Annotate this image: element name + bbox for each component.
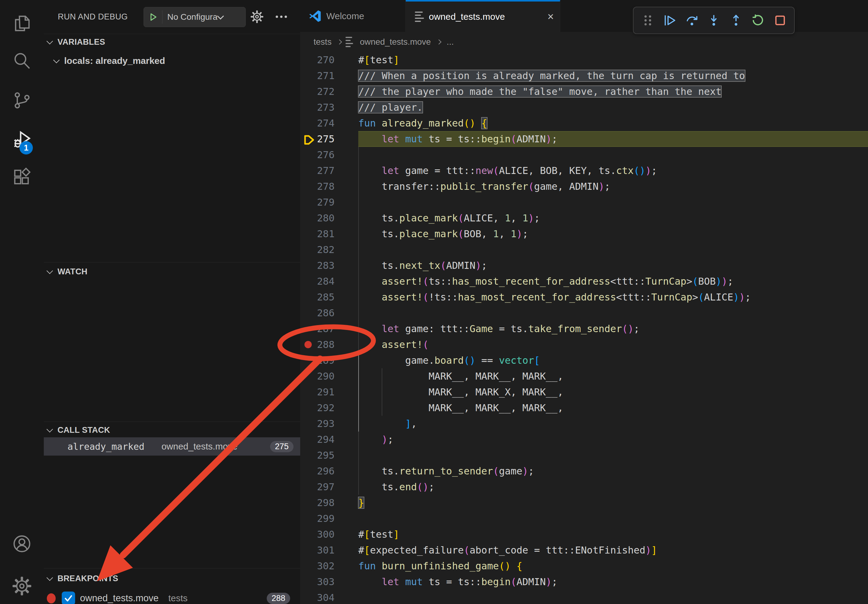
gutter-280[interactable]: 280 [300,210,335,226]
code-text-271[interactable]: /// When a position is already marked, t… [335,68,745,84]
code-line-296[interactable]: 296 ts.return_to_sender(game); [300,463,868,479]
code-text-302[interactable]: fun burn_unfinished_game() { [335,558,522,574]
code-line-294[interactable]: 294 ); [300,432,868,448]
gutter-304[interactable]: 304 [300,590,335,604]
gutter-283[interactable]: 283 [300,258,335,273]
gutter-284[interactable]: 284 [300,273,335,289]
extensions-icon[interactable] [0,162,44,192]
code-text-270[interactable]: #[test] [335,52,399,68]
code-text-277[interactable]: let game = ttt::new(ALICE, BOB, KEY, ts.… [335,163,657,178]
code-text-298[interactable]: } [335,495,364,511]
gutter-291[interactable]: 291 [300,384,335,400]
code-text-276[interactable] [335,147,358,163]
code-line-275[interactable]: 275 let mut ts = ts::begin(ADMIN); [300,131,868,147]
gutter-288[interactable]: 288 [300,337,335,353]
code-text-303[interactable]: let mut ts = ts::begin(ADMIN); [335,574,558,590]
gutter-279[interactable]: 279 [300,194,335,210]
code-line-281[interactable]: 281 ts.place_mark(BOB, 1, 1); [300,226,868,242]
gutter-278[interactable]: 278 [300,178,335,194]
source-control-icon[interactable] [0,85,44,116]
gutter-282[interactable]: 282 [300,242,335,258]
code-text-279[interactable] [335,194,358,210]
breadcrumb-folder[interactable]: tests [313,37,332,47]
gutter-293[interactable]: 293 [300,416,335,432]
code-line-293[interactable]: 293 ], [300,416,868,432]
tab-welcome[interactable]: Welcome [300,0,406,32]
code-line-288[interactable]: 288 assert!( [300,337,868,353]
gutter-285[interactable]: 285 [300,289,335,305]
gutter-277[interactable]: 277 [300,163,335,178]
code-line-284[interactable]: 284 assert!(ts::has_most_recent_for_addr… [300,273,868,289]
code-line-298[interactable]: 298} [300,495,868,511]
code-text-287[interactable]: let game: ttt::Game = ts.take_from_sende… [335,321,640,337]
code-line-278[interactable]: 278 transfer::public_transfer(game, ADMI… [300,178,868,194]
code-text-293[interactable]: ], [335,416,417,432]
code-text-275[interactable]: let mut ts = ts::begin(ADMIN); [335,131,558,147]
close-icon[interactable]: × [547,11,554,22]
gutter-297[interactable]: 297 [300,479,335,495]
code-text-280[interactable]: ts.place_mark(ALICE, 1, 1); [335,210,540,226]
step-out-icon[interactable] [728,12,744,28]
gutter-270[interactable]: 270 [300,52,335,68]
code-text-296[interactable]: ts.return_to_sender(game); [335,463,534,479]
settings-gear-icon[interactable] [0,571,44,601]
gutter-272[interactable]: 272 [300,84,335,99]
restart-icon[interactable] [750,12,766,28]
locals-scope-row[interactable]: locals: already_marked [44,53,300,69]
code-text-290[interactable]: MARK__, MARK__, MARK__, [335,368,563,384]
code-line-285[interactable]: 285 assert!(!ts::has_most_recent_for_add… [300,289,868,305]
code-text-300[interactable]: #[test] [335,527,399,542]
code-line-274[interactable]: 274fun already_marked() { [300,115,868,131]
gutter-302[interactable]: 302 [300,558,335,574]
watch-section-header[interactable]: WATCH [44,264,300,279]
debug-config-dropdown[interactable]: No Configura [144,7,246,27]
step-into-icon[interactable] [706,12,722,28]
start-debug-icon[interactable] [149,12,158,22]
stop-icon[interactable] [772,12,788,28]
search-icon[interactable] [0,46,44,76]
gutter-275[interactable]: 275 [300,131,335,147]
code-line-280[interactable]: 280 ts.place_mark(ALICE, 1, 1); [300,210,868,226]
code-line-291[interactable]: 291 MARK__, MARK_X, MARK__, [300,384,868,400]
run-and-debug-icon[interactable]: 1 [0,125,44,155]
code-line-277[interactable]: 277 let game = ttt::new(ALICE, BOB, KEY,… [300,163,868,178]
gutter-292[interactable]: 292 [300,400,335,416]
code-line-299[interactable]: 299 [300,511,868,527]
continue-icon[interactable] [662,12,677,28]
gutter-301[interactable]: 301 [300,542,335,558]
gutter-303[interactable]: 303 [300,574,335,590]
code-text-282[interactable] [335,242,358,258]
code-text-301[interactable]: #[expected_failure(abort_code = ttt::ENo… [335,542,657,558]
debug-settings-gear-icon[interactable] [249,9,265,25]
gutter-298[interactable]: 298 [300,495,335,511]
breadcrumb-file[interactable]: owned_tests.move [360,37,431,47]
variables-section-header[interactable]: VARIABLES [44,34,300,50]
gutter-296[interactable]: 296 [300,463,335,479]
code-line-270[interactable]: 270#[test] [300,52,868,68]
code-line-297[interactable]: 297 ts.end(); [300,479,868,495]
gutter-295[interactable]: 295 [300,448,335,463]
breadcrumb-more[interactable]: ... [447,37,454,47]
code-text-299[interactable] [335,511,358,527]
code-text-285[interactable]: assert!(!ts::has_most_recent_for_address… [335,289,751,305]
code-text-304[interactable] [335,590,358,604]
code-text-278[interactable]: transfer::public_transfer(game, ADMIN); [335,178,610,194]
breakpoint-checkbox[interactable] [62,592,75,604]
code-line-271[interactable]: 271/// When a position is already marked… [300,68,868,84]
code-line-272[interactable]: 272/// the player who made the "false" m… [300,84,868,99]
gutter-289[interactable]: 289 [300,353,335,368]
code-line-286[interactable]: 286 [300,305,868,321]
code-line-300[interactable]: 300#[test] [300,527,868,542]
code-text-272[interactable]: /// the player who made the "false" move… [335,84,721,99]
code-line-279[interactable]: 279 [300,194,868,210]
code-text-288[interactable]: assert!( [335,337,429,353]
gutter-271[interactable]: 271 [300,68,335,84]
breakpoints-section-header[interactable]: BREAKPOINTS [44,570,300,586]
gutter-300[interactable]: 300 [300,527,335,542]
code-text-284[interactable]: assert!(ts::has_most_recent_for_address<… [335,273,733,289]
breakpoint-row[interactable]: owned_tests.move tests 288 [44,589,300,604]
code-line-287[interactable]: 287 let game: ttt::Game = ts.take_from_s… [300,321,868,337]
code-text-297[interactable]: ts.end(); [335,479,434,495]
code-line-276[interactable]: 276 [300,147,868,163]
code-line-290[interactable]: 290 MARK__, MARK__, MARK__, [300,368,868,384]
